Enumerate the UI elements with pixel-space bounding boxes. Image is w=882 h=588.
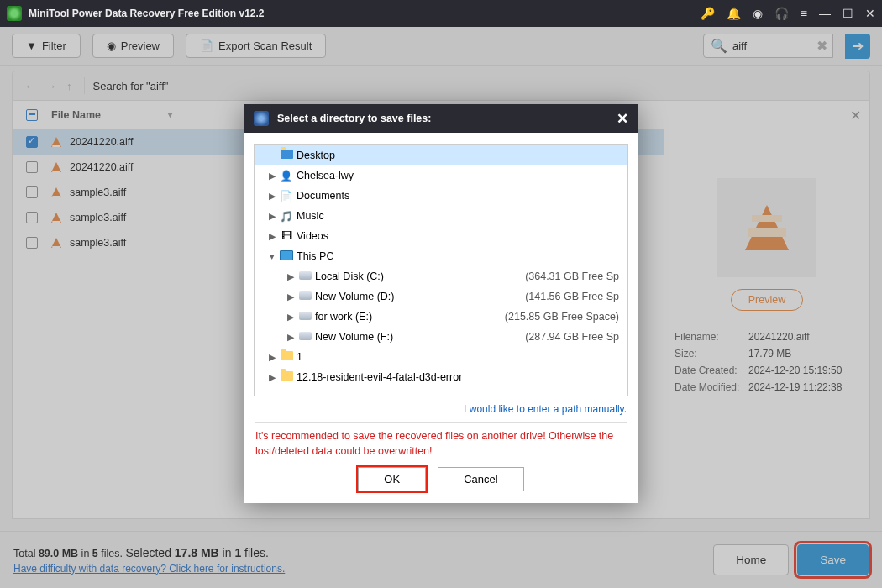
free-space: (287.94 GB Free Sp — [525, 331, 627, 343]
tree-item[interactable]: ▶ Local Disk (C:) (364.31 GB Free Sp — [255, 266, 627, 286]
window-title: MiniTool Power Data Recovery Free Editio… — [29, 8, 701, 19]
modal-logo-icon — [254, 111, 269, 126]
expand-icon[interactable]: ▶ — [285, 312, 297, 323]
expand-icon[interactable]: ▶ — [266, 352, 278, 363]
expand-icon[interactable]: ▶ — [285, 271, 297, 282]
tree-label: Local Disk (C:) — [313, 270, 525, 282]
headset-icon[interactable]: 🎧 — [774, 7, 789, 20]
warning-text: It's recommended to save the recovered f… — [244, 423, 638, 467]
menu-icon[interactable]: ≡ — [801, 7, 807, 20]
tree-item[interactable]: ▶ New Volume (F:) (287.94 GB Free Sp — [255, 327, 627, 347]
expand-icon[interactable]: ▶ — [266, 372, 278, 383]
tree-item[interactable]: ▶ for work (E:) (215.85 GB Free Space) — [255, 307, 627, 327]
free-space: (141.56 GB Free Sp — [525, 291, 627, 302]
key-icon[interactable]: 🔑 — [701, 7, 715, 20]
tree-item[interactable]: Desktop — [255, 145, 627, 165]
tree-label: 12.18-resident-evil-4-fatal-d3d-error — [295, 371, 619, 383]
tree-item[interactable]: ▶ 📄 Documents — [255, 186, 627, 206]
expand-icon[interactable]: ▶ — [266, 171, 278, 181]
folder-icon: 🎞 — [278, 230, 295, 242]
tree-label: for work (E:) — [313, 311, 505, 323]
expand-icon[interactable]: ▶ — [266, 211, 278, 222]
directory-tree: Desktop ▶ 👤 Chelsea-lwy ▶ 📄 Documents ▶ … — [254, 144, 628, 396]
maximize-icon[interactable]: ☐ — [843, 7, 853, 20]
folder-icon: 🎵 — [278, 210, 295, 223]
tree-item[interactable]: ▶ New Volume (D:) (141.56 GB Free Sp — [255, 286, 627, 307]
tree-label: This PC — [295, 250, 619, 262]
expand-icon[interactable]: ▾ — [266, 251, 278, 262]
tree-item[interactable]: ▶ 🎞 Videos — [255, 226, 627, 246]
titlebar: MiniTool Power Data Recovery Free Editio… — [0, 0, 882, 27]
folder-icon — [278, 150, 295, 161]
folder-icon — [297, 331, 313, 343]
tree-label: Chelsea-lwy — [295, 170, 619, 181]
folder-icon — [297, 291, 313, 302]
free-space: (215.85 GB Free Space) — [505, 311, 627, 323]
tree-label: Videos — [295, 230, 619, 242]
tree-item[interactable]: ▶ 12.18-resident-evil-4-fatal-d3d-error — [255, 367, 627, 387]
tree-label: Music — [295, 210, 619, 222]
modal-title: Select a directory to save files: — [277, 113, 431, 124]
expand-icon[interactable]: ▶ — [266, 191, 278, 202]
folder-icon — [297, 270, 313, 282]
free-space: (364.31 GB Free Sp — [525, 270, 627, 282]
bell-icon[interactable]: 🔔 — [727, 7, 741, 20]
tree-label: New Volume (D:) — [313, 291, 525, 302]
expand-icon[interactable]: ▶ — [266, 231, 278, 242]
folder-icon — [278, 371, 295, 383]
modal-close-icon[interactable]: ✕ — [617, 110, 628, 128]
expand-icon[interactable]: ▶ — [285, 332, 297, 343]
tree-item[interactable]: ▶ 🎵 Music — [255, 206, 627, 226]
folder-icon — [297, 311, 313, 323]
tree-label: New Volume (F:) — [313, 331, 525, 343]
expand-icon[interactable]: ▶ — [285, 291, 297, 302]
folder-icon — [278, 351, 295, 363]
app-logo-icon — [7, 6, 22, 21]
folder-icon — [278, 250, 295, 263]
tree-item[interactable]: ▶ 👤 Chelsea-lwy — [255, 165, 627, 186]
directory-modal: Select a directory to save files: ✕ Desk… — [244, 104, 638, 503]
tree-label: Desktop — [295, 150, 619, 161]
minimize-icon[interactable]: — — [819, 7, 831, 20]
folder-icon: 👤 — [278, 170, 295, 182]
tree-item[interactable]: ▾ This PC — [255, 246, 627, 266]
globe-icon[interactable]: ◉ — [753, 7, 763, 20]
ok-button[interactable]: OK — [358, 467, 426, 491]
folder-icon: 📄 — [278, 190, 295, 202]
tree-item[interactable]: ▶ 1 — [255, 347, 627, 367]
cancel-button[interactable]: Cancel — [438, 467, 523, 491]
close-icon[interactable]: ✕ — [865, 7, 875, 20]
manual-path-link[interactable]: I would like to enter a path manually. — [464, 403, 627, 415]
tree-label: Documents — [295, 190, 619, 202]
tree-label: 1 — [295, 351, 619, 363]
